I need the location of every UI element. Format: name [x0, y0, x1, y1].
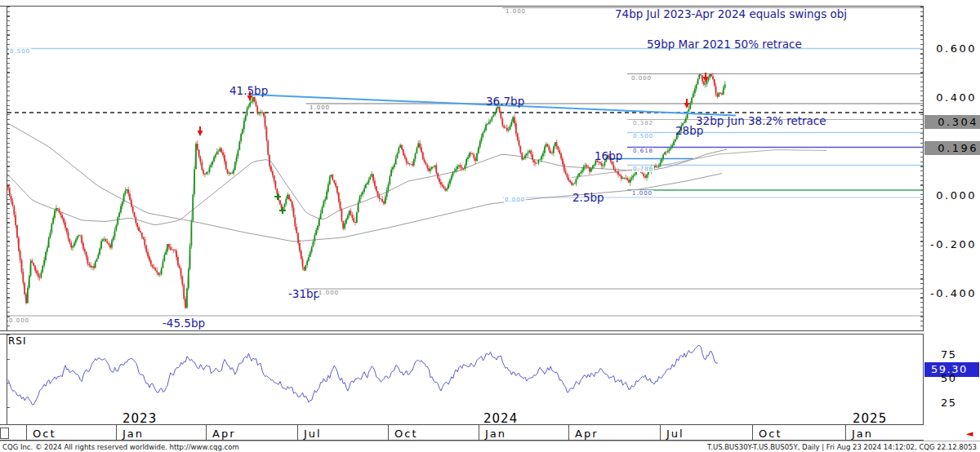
fib-level-label: 0.382	[632, 120, 654, 126]
fib-level-label: 0.000	[504, 197, 526, 203]
chart-annotation[interactable]: 28bp	[675, 124, 703, 137]
chart-annotation[interactable]: 32bp Jun 38.2% retrace	[696, 114, 826, 127]
fib-level-label: 0.500	[632, 133, 654, 140]
scroll-left-arrow-icon[interactable]: ◄	[966, 430, 973, 438]
xaxis-quarter-separator	[206, 425, 207, 440]
price-axis-label: 0.196	[924, 141, 980, 155]
xaxis-quarter-separator	[388, 425, 389, 440]
xaxis-quarter-separator	[297, 425, 298, 440]
sell-arrow-icon	[198, 126, 203, 136]
price-axis-label: 0.400	[924, 91, 977, 104]
chart-annotation[interactable]: 2.5bp	[572, 191, 604, 204]
copyright-text: CQG Inc. © 2024 All rights reserved worl…	[2, 443, 239, 451]
chart-annotation[interactable]: 74bp Jul 2023-Apr 2024 equals swings obj	[615, 7, 847, 20]
symbol-timestamp-text: T.US.BUS30Y-T.US.BUS05Y, Daily | Fri Aug…	[707, 443, 977, 451]
price-axis-label: 0.600	[924, 42, 977, 55]
chart-annotation[interactable]: 41.5bp	[229, 84, 268, 97]
rsi-pane-title: RSI	[8, 335, 27, 347]
chart-annotation[interactable]: -45.5bp	[163, 317, 205, 330]
xaxis-month-label: Jan	[485, 428, 506, 440]
xaxis-month-label: Jul	[666, 428, 684, 440]
close-connector-line	[8, 74, 725, 308]
rsi-pane-graphics	[8, 346, 718, 405]
xaxis-month-label: Jul	[304, 428, 322, 440]
fib-level-label: 1.000	[631, 190, 653, 197]
fib-level-label: 0.786	[632, 166, 654, 172]
price-axis-label: 0.000	[924, 189, 977, 202]
main-pane-graphics	[7, 8, 923, 317]
xaxis-month-label: Oct	[394, 428, 417, 440]
xaxis-quarter-separator	[479, 425, 479, 440]
rsi-axis-label: 50	[941, 372, 957, 384]
main-pane-overlay	[198, 73, 737, 214]
chart-annotation[interactable]: 59bp Mar 2021 50% retrace	[647, 38, 802, 51]
price-axis-label: -0.200	[924, 238, 977, 250]
fib-level-label: 0.000	[8, 317, 30, 324]
rsi-axis-label: 75	[941, 348, 957, 361]
xaxis-month-label: Oct	[33, 428, 56, 440]
xaxis-quarter-separator	[568, 425, 569, 440]
xaxis-quarter-separator	[752, 425, 753, 440]
xaxis-quarter-separator	[660, 425, 661, 440]
fib-level-label: 0.618	[632, 148, 654, 154]
fib-level-label: 0.500	[9, 48, 31, 55]
xaxis-year-label: 2023	[122, 411, 157, 426]
chart-annotation[interactable]: -31bp	[288, 287, 320, 300]
rsi-line	[8, 346, 718, 405]
xaxis-month-label: Jan	[852, 428, 873, 440]
ma-slow-line	[7, 122, 722, 242]
chart-annotation[interactable]: 16bp	[595, 149, 622, 162]
xaxis-quarter-separator	[116, 425, 117, 440]
fib-level-label: 1.000	[318, 290, 340, 296]
xaxis-month-label: Apr	[575, 428, 599, 440]
xaxis-year-label: 2025	[853, 411, 887, 426]
xaxis-month-label: Apr	[212, 428, 236, 440]
rsi-axis-label: 25	[941, 397, 957, 409]
xaxis-quarter-separator	[845, 425, 846, 440]
status-bar: CQG Inc. © 2024 All rights reserved worl…	[0, 441, 980, 452]
price-axis-label: -0.400	[924, 287, 977, 299]
buy-cross-icon	[274, 193, 281, 200]
fib-level-label: 1.000	[309, 104, 331, 111]
xaxis-year-label: 2024	[483, 411, 518, 426]
down-candle-wicks	[8, 73, 722, 309]
xaxis-month-label: Oct	[759, 428, 782, 440]
xaxis-quarter-separator	[26, 425, 27, 440]
price-axis-label: 0.304	[924, 115, 980, 129]
chart-annotation[interactable]: 36.7bp	[486, 95, 524, 108]
cqg-chart-window: RSI 59.30 CQG Inc. © 2024 All rights res…	[0, 0, 980, 452]
xaxis-month-label: Jan	[122, 428, 144, 440]
down-candle-bodies	[8, 74, 722, 308]
chart-canvas[interactable]	[0, 0, 980, 452]
fib-level-label: 0.000	[630, 75, 653, 82]
fib-level-label: 1.000	[505, 8, 527, 15]
